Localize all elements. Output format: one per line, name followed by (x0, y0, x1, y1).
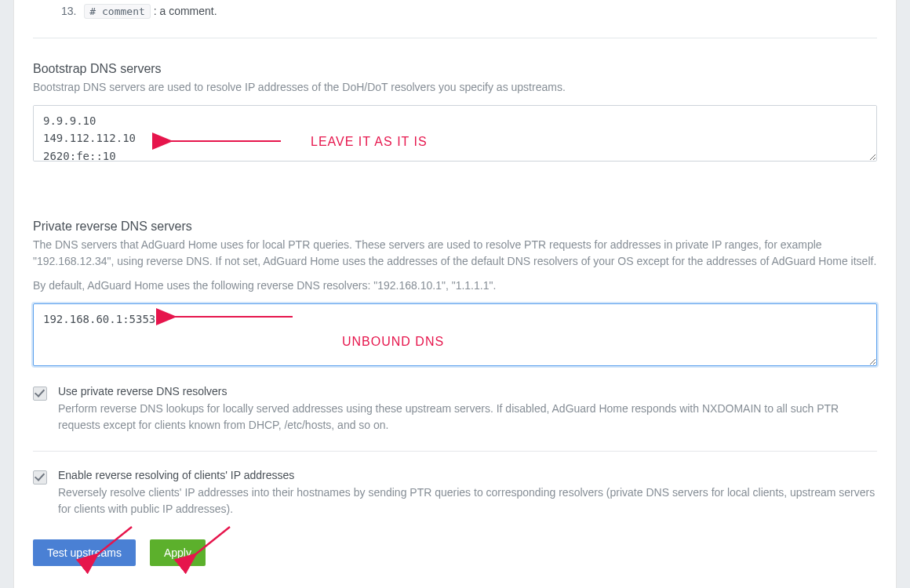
code-comment-example: # comment (84, 4, 150, 19)
checkbox-label: Enable reverse resolving of clients' IP … (58, 469, 877, 481)
section-bootstrap: Bootstrap DNS servers Bootstrap DNS serv… (33, 62, 877, 165)
checkbox-enable-reverse-resolving[interactable]: Enable reverse resolving of clients' IP … (33, 469, 877, 517)
button-row: Test upstreams Apply (33, 539, 877, 566)
checkbox-icon (33, 470, 47, 485)
bootstrap-desc: Bootstrap DNS servers are used to resolv… (33, 79, 877, 96)
bootstrap-dns-textarea[interactable] (33, 105, 877, 162)
checkbox-desc: Perform reverse DNS lookups for locally … (58, 401, 877, 434)
list-number: 13. (61, 5, 76, 17)
private-reverse-title: Private reverse DNS servers (33, 220, 877, 234)
test-upstreams-button[interactable]: Test upstreams (33, 539, 136, 566)
help-list-item-13: 13. # comment : a comment. (33, 0, 877, 17)
checkbox-use-private-reverse[interactable]: Use private reverse DNS resolvers Perfor… (33, 385, 877, 434)
divider (33, 451, 877, 452)
private-reverse-desc: The DNS servers that AdGuard Home uses f… (33, 237, 877, 270)
apply-button[interactable]: Apply (150, 539, 206, 566)
private-reverse-default-note: By default, AdGuard Home uses the follow… (33, 278, 877, 294)
divider (33, 38, 877, 38)
list-text: : a comment. (154, 5, 217, 17)
checkbox-label: Use private reverse DNS resolvers (58, 385, 877, 397)
private-reverse-dns-textarea[interactable] (33, 303, 877, 366)
checkbox-desc: Reversely resolve clients' IP addresses … (58, 485, 877, 517)
checkbox-content: Enable reverse resolving of clients' IP … (58, 469, 877, 517)
bootstrap-title: Bootstrap DNS servers (33, 62, 877, 76)
checkbox-content: Use private reverse DNS resolvers Perfor… (58, 385, 877, 434)
section-private-reverse: Private reverse DNS servers The DNS serv… (33, 220, 877, 369)
checkbox-icon (33, 387, 47, 401)
